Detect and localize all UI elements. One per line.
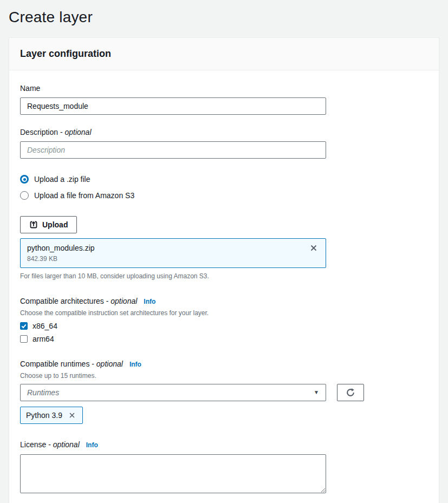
refresh-icon (346, 388, 355, 397)
architectures-label: Compatible architectures - optionalInfo (20, 296, 428, 307)
description-label-text: Description - (20, 128, 64, 136)
radio-upload-s3[interactable]: Upload a file from Amazon S3 (20, 190, 428, 201)
checkbox-x86-64-label: x86_64 (33, 322, 57, 330)
uploaded-file-info: python_modules.zip 842.39 KB (27, 243, 95, 263)
architectures-label-text: Compatible architectures - (20, 297, 111, 305)
runtimes-select-placeholder: Runtimes (27, 388, 59, 397)
runtime-token-python39: Python 3.9 (20, 407, 83, 424)
radio-selected-icon (20, 175, 29, 184)
radio-upload-s3-label: Upload a file from Amazon S3 (34, 190, 134, 201)
license-label-text: License - (20, 440, 53, 449)
checkbox-x86-64[interactable]: x86_64 (20, 322, 428, 330)
name-label: Name (20, 83, 428, 94)
radio-unselected-icon (20, 191, 29, 200)
layer-configuration-panel: Layer configuration Name Description - o… (9, 37, 439, 503)
description-label: Description - optional (20, 127, 428, 138)
remove-file-button[interactable] (308, 243, 319, 253)
license-section: License - optionalInfo (20, 439, 428, 493)
runtimes-section: Compatible runtimes - optionalInfo Choos… (20, 358, 428, 424)
refresh-runtimes-button[interactable] (337, 384, 364, 401)
file-size-hint: For files larger than 10 MB, consider up… (20, 272, 428, 280)
checkbox-arm64-label: arm64 (33, 335, 54, 343)
architectures-optional-text: optional (111, 297, 137, 305)
uploaded-file-size: 842.39 KB (27, 254, 95, 263)
chevron-down-icon: ▼ (314, 390, 319, 395)
upload-icon (29, 220, 38, 229)
description-optional-text: optional (64, 128, 91, 136)
checkbox-arm64[interactable]: arm64 (20, 335, 428, 343)
panel-body: Name Description - optional Upload a .zi… (9, 70, 439, 503)
license-label: License - optionalInfo (20, 439, 428, 450)
architectures-section: Compatible architectures - optionalInfo … (20, 296, 428, 343)
radio-upload-zip[interactable]: Upload a .zip file (20, 174, 428, 185)
architectures-hint: Choose the compatible instruction set ar… (20, 309, 428, 317)
panel-header: Layer configuration (9, 38, 439, 70)
close-icon (68, 413, 76, 421)
runtimes-select[interactable]: Runtimes ▼ (20, 384, 326, 401)
radio-upload-zip-label: Upload a .zip file (34, 174, 90, 185)
runtimes-optional-text: optional (96, 360, 123, 368)
architectures-info-link[interactable]: Info (144, 298, 155, 305)
license-optional-text: optional (53, 440, 80, 449)
page-title: Create layer (9, 9, 439, 26)
uploaded-file-box: python_modules.zip 842.39 KB (20, 238, 326, 268)
uploaded-file-name: python_modules.zip (27, 243, 95, 253)
license-textarea[interactable] (20, 454, 326, 493)
runtimes-hint: Choose up to 15 runtimes. (20, 371, 428, 380)
runtimes-label: Compatible runtimes - optionalInfo (20, 358, 428, 370)
name-input[interactable] (20, 97, 326, 115)
runtimes-info-link[interactable]: Info (129, 361, 141, 368)
remove-runtime-button[interactable] (67, 410, 77, 420)
upload-button-label: Upload (42, 220, 68, 229)
runtimes-label-text: Compatible runtimes - (20, 360, 96, 368)
upload-button[interactable]: Upload (20, 216, 77, 233)
create-layer-page: Create layer Layer configuration Name De… (0, 0, 448, 503)
upload-source-group: Upload a .zip file Upload a file from Am… (20, 174, 428, 201)
description-input[interactable] (20, 141, 326, 159)
panel-header-title: Layer configuration (20, 48, 428, 60)
license-info-link[interactable]: Info (86, 441, 98, 449)
checkbox-unchecked-icon (20, 335, 28, 343)
close-icon (309, 246, 318, 254)
runtime-token-label: Python 3.9 (26, 410, 62, 421)
checkbox-checked-icon (20, 322, 28, 330)
